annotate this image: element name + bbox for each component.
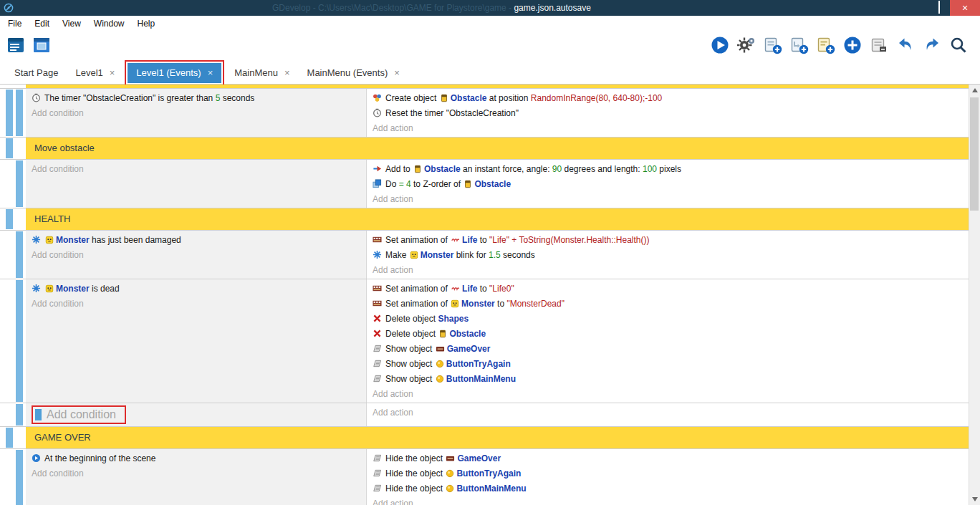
event-drag-handle[interactable] [16,90,23,136]
scroll-down-button[interactable] [969,494,980,505]
tab-mainmenu[interactable]: MainMenu× [226,63,298,83]
event-instruction[interactable]: Reset the timer "ObstacleCreation" [373,105,966,120]
standard-event: Monster has just been damagedAdd conditi… [0,231,969,279]
event-drag-handle[interactable] [6,138,13,158]
add-action-link[interactable]: Add action [373,405,966,420]
tab-close-icon[interactable]: × [208,67,213,78]
redo-button[interactable] [922,37,942,57]
vertical-scrollbar[interactable] [969,85,980,505]
object-name: Shapes [438,314,469,324]
project-manager-button[interactable] [6,37,26,57]
event-instruction[interactable]: Add to Obstacle an instant force, angle:… [373,161,966,176]
event-body: At the beginning of the sceneAdd conditi… [26,449,969,505]
event-instruction[interactable]: Make Monster blink for 1.5 seconds [373,247,966,262]
event-instruction[interactable]: Monster is dead [32,281,363,296]
tab-start-page[interactable]: Start Page [6,63,67,83]
event-instruction[interactable]: Monster has just been damaged [32,232,363,247]
comment-bar[interactable]: GAME OVER [26,427,969,448]
event-instruction[interactable]: Show object ButtonTryAgain [373,356,966,371]
animation-icon [373,299,382,308]
event-instruction[interactable]: The timer "ObstacleCreation" is greater … [32,90,363,105]
add-condition-link[interactable]: Add condition [32,105,363,120]
undo-icon [896,36,915,57]
event-instruction[interactable]: Delete object Obstacle [373,326,966,341]
delete-icon [373,314,382,323]
event-instruction[interactable]: Create object Obstacle at position Rando… [373,90,966,105]
play-button[interactable] [710,37,730,57]
tab-close-icon[interactable]: × [110,67,115,78]
annotated-add-condition[interactable]: Add condition [32,405,126,424]
tab-close-icon[interactable]: × [284,67,290,78]
event-instruction[interactable]: Hide the object GameOver [373,451,966,466]
title-bar: GDevelop - C:\Users\Mac\Desktop\GAME for… [0,0,980,16]
menu-item-help[interactable]: Help [131,16,162,32]
add-subevent-button[interactable] [789,37,810,57]
add-action-link-label: Add action [373,499,413,505]
event-instruction[interactable]: At the beginning of the scene [32,451,363,466]
event-drag-handle[interactable] [6,209,13,229]
event-drag-handle[interactable] [16,450,23,505]
add-condition-link-label: Add condition [32,250,84,260]
add-comment-button[interactable] [816,37,836,57]
visibility-icon [373,453,382,463]
add-circle-button[interactable] [842,37,863,57]
menu-item-view[interactable]: View [56,16,87,32]
close-button[interactable]: × [950,0,980,16]
menu-item-edit[interactable]: Edit [28,16,56,32]
add-action-link[interactable]: Add action [373,262,966,277]
event-instruction[interactable]: Hide the object ButtonMainMenu [373,481,966,496]
selected-event-handle[interactable] [35,409,42,420]
add-action-link[interactable]: Add action [373,191,966,206]
tab-label: MainMenu [234,67,278,78]
event-drag-handle[interactable] [16,160,23,207]
menu-item-window[interactable]: Window [87,16,131,32]
maximize-button[interactable] [928,0,950,16]
tab-label: Start Page [14,67,58,78]
add-condition-link[interactable]: Add condition [32,247,363,262]
event-instruction[interactable]: Set animation of Monster to "MonsterDead… [373,296,966,311]
event-instruction[interactable]: Do = 4 to Z-order of Obstacle [373,176,966,191]
app-logo-icon [4,3,14,13]
event-drag-handle[interactable] [6,90,13,136]
comment-bar[interactable] [26,85,969,88]
toggle-disabled-icon [870,36,888,57]
event-drag-handle[interactable] [6,428,13,448]
comment-bar[interactable]: Move obstacle [26,138,969,159]
search-button[interactable] [948,37,969,57]
event-instruction[interactable]: Delete object Shapes [373,311,966,326]
minimize-button[interactable] [907,0,928,16]
tab-level1[interactable]: Level1× [67,63,123,83]
add-condition-link[interactable]: Add condition [32,466,363,481]
tab-close-icon[interactable]: × [394,67,400,78]
add-event-button[interactable] [763,37,783,57]
object-name: ButtonTryAgain [446,359,511,369]
toggle-disabled-button[interactable] [869,37,889,57]
monster-icon [45,236,54,244]
event-drag-handle[interactable] [16,280,23,402]
event-instruction[interactable]: Show object GameOver [373,341,966,356]
add-action-link[interactable]: Add action [373,496,966,505]
tab-mainmenu-events[interactable]: MainMenu (Events)× [299,63,408,83]
menu-item-file[interactable]: File [1,16,28,32]
event-instruction[interactable]: Show object ButtonMainMenu [373,371,966,386]
comment-bar[interactable]: HEALTH [26,208,969,230]
event-drag-handle[interactable] [16,231,23,278]
instruction-text: The timer "ObstacleCreation" is greater … [44,93,216,103]
add-condition-link[interactable]: Add condition [32,296,363,311]
object-name: Obstacle [474,179,511,189]
scene-editor-button[interactable] [32,37,52,57]
add-condition-link[interactable]: Add condition [32,161,363,176]
undo-button[interactable] [895,37,916,57]
add-action-link[interactable]: Add action [373,386,966,401]
event-drag-handle[interactable] [16,404,23,425]
scroll-up-button[interactable] [969,85,980,96]
scrollbar-thumb[interactable] [970,97,979,211]
debug-button[interactable] [736,37,756,57]
tab-level1-events[interactable]: Level1 (Events)× [128,63,221,83]
add-action-link[interactable]: Add action [373,120,966,135]
actions-cell: Add action [367,403,969,426]
actions-cell: Set animation of Life to "Life0"Set anim… [367,279,969,403]
event-instruction[interactable]: Hide the object ButtonTryAgain [373,466,966,481]
event-instruction[interactable]: Set animation of Life to "Life" + ToStri… [373,232,966,247]
event-instruction[interactable]: Set animation of Life to "Life0" [373,281,966,296]
